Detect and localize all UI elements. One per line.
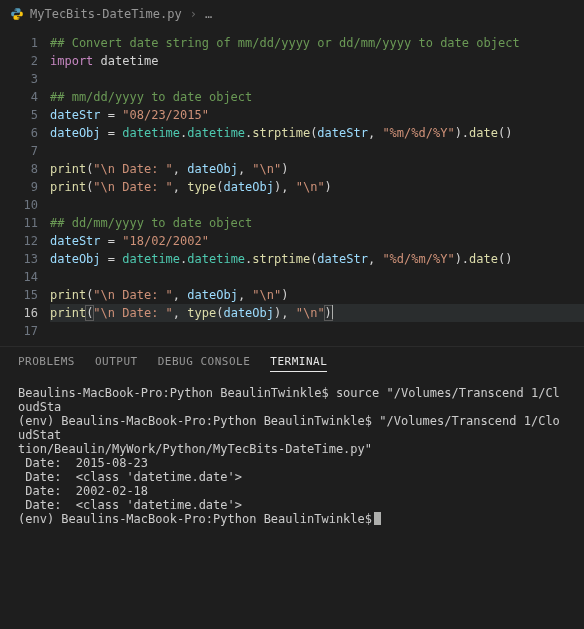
code-line[interactable]: import datetime	[50, 52, 584, 70]
breadcrumb: MyTecBits-DateTime.py › …	[0, 0, 584, 28]
code-line[interactable]: dateObj = datetime.datetime.strptime(dat…	[50, 124, 584, 142]
code-line[interactable]: dateStr = "08/23/2015"	[50, 106, 584, 124]
code-line[interactable]: ## Convert date string of mm/dd/yyyy or …	[50, 34, 584, 52]
terminal-line: Date: 2002-02-18	[18, 484, 566, 498]
terminal-line: (env) Beaulins-MacBook-Pro:Python Beauli…	[18, 512, 566, 526]
code-line[interactable]: print("\n Date: ", dateObj, "\n")	[50, 286, 584, 304]
line-number: 16	[0, 304, 38, 322]
code-line[interactable]	[50, 322, 584, 340]
line-number: 6	[0, 124, 38, 142]
code-line[interactable]	[50, 268, 584, 286]
terminal-line: (env) Beaulins-MacBook-Pro:Python Beauli…	[18, 414, 566, 442]
code-line[interactable]	[50, 70, 584, 88]
terminal-line: Date: 2015-08-23	[18, 456, 566, 470]
tab-debug-console[interactable]: DEBUG CONSOLE	[158, 355, 251, 372]
code-line[interactable]: print("\n Date: ", dateObj, "\n")	[50, 160, 584, 178]
terminal-output[interactable]: Beaulins-MacBook-Pro:Python BeaulinTwink…	[0, 378, 584, 629]
panel-tabs: PROBLEMSOUTPUTDEBUG CONSOLETERMINAL	[0, 346, 584, 378]
terminal-cursor	[374, 512, 381, 525]
line-number: 17	[0, 322, 38, 340]
line-number: 11	[0, 214, 38, 232]
line-number: 3	[0, 70, 38, 88]
line-number: 12	[0, 232, 38, 250]
breadcrumb-ellipsis[interactable]: …	[205, 7, 212, 21]
terminal-line: Date: <class 'datetime.date'>	[18, 470, 566, 484]
line-number: 7	[0, 142, 38, 160]
code-line[interactable]: dateObj = datetime.datetime.strptime(dat…	[50, 250, 584, 268]
text-cursor	[332, 305, 333, 319]
line-number: 8	[0, 160, 38, 178]
code-editor[interactable]: 1234567891011121314151617 ## Convert dat…	[0, 28, 584, 346]
code-line[interactable]	[50, 196, 584, 214]
line-number: 2	[0, 52, 38, 70]
line-number: 14	[0, 268, 38, 286]
code-line[interactable]: ## mm/dd/yyyy to date object	[50, 88, 584, 106]
terminal-line: tion/Beaulin/MyWork/Python/MyTecBits-Dat…	[18, 442, 566, 456]
line-number: 10	[0, 196, 38, 214]
python-icon	[10, 7, 24, 21]
tab-output[interactable]: OUTPUT	[95, 355, 138, 372]
line-number: 15	[0, 286, 38, 304]
line-gutter: 1234567891011121314151617	[0, 28, 50, 346]
line-number: 5	[0, 106, 38, 124]
code-line[interactable]: print("\n Date: ", type(dateObj), "\n")	[50, 178, 584, 196]
chevron-right-icon: ›	[190, 7, 197, 21]
terminal-line: Beaulins-MacBook-Pro:Python BeaulinTwink…	[18, 386, 566, 414]
code-line[interactable]: print("\n Date: ", type(dateObj), "\n")	[50, 304, 584, 322]
tab-terminal[interactable]: TERMINAL	[270, 355, 327, 372]
line-number: 4	[0, 88, 38, 106]
terminal-line: Date: <class 'datetime.date'>	[18, 498, 566, 512]
breadcrumb-file-name[interactable]: MyTecBits-DateTime.py	[30, 7, 182, 21]
code-area[interactable]: ## Convert date string of mm/dd/yyyy or …	[50, 28, 584, 346]
code-line[interactable]	[50, 142, 584, 160]
tab-problems[interactable]: PROBLEMS	[18, 355, 75, 372]
code-line[interactable]: dateStr = "18/02/2002"	[50, 232, 584, 250]
line-number: 9	[0, 178, 38, 196]
line-number: 13	[0, 250, 38, 268]
line-number: 1	[0, 34, 38, 52]
code-line[interactable]: ## dd/mm/yyyy to date object	[50, 214, 584, 232]
